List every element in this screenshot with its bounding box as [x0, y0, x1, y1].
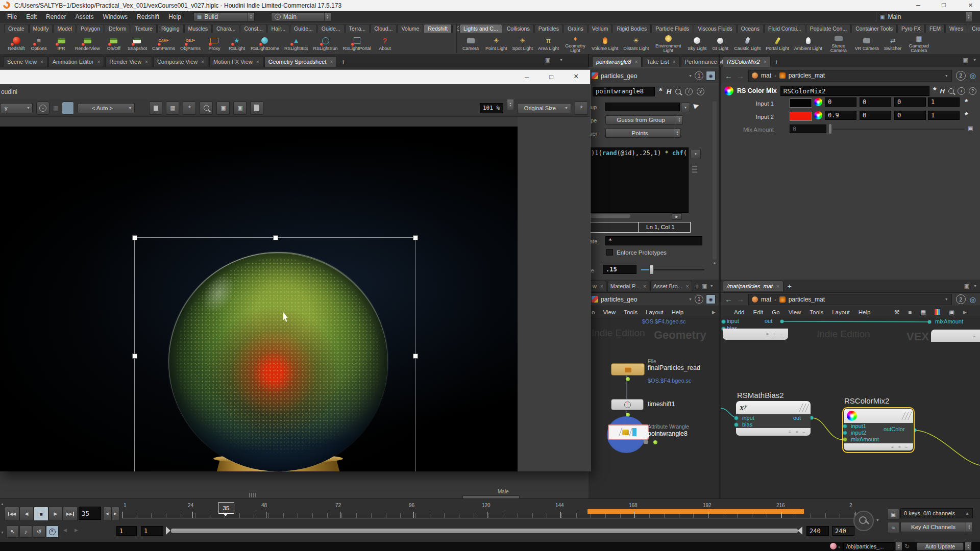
stop-button[interactable]: ■	[34, 507, 48, 521]
group-dropdown-icon[interactable]: ▼	[681, 103, 690, 112]
maximize-icon[interactable]: □	[942, 1, 946, 9]
step-fwd-button[interactable]: ▶	[111, 507, 119, 521]
shelf-tab[interactable]: Rigging	[157, 24, 184, 33]
menu-layout[interactable]: Layout	[646, 309, 664, 315]
group-field[interactable]	[605, 103, 680, 111]
back-icon[interactable]: ←	[725, 295, 732, 304]
pane-menu-icon[interactable]: ▼	[559, 58, 563, 62]
tool-switcher[interactable]: ⇄Switcher	[884, 36, 902, 51]
key-menu-icon[interactable]: ▼	[876, 518, 879, 522]
pane-tab-rscolormix2[interactable]: RSColorMix2×	[723, 56, 771, 67]
menu-help[interactable]: Help	[168, 13, 181, 20]
enforce-checkbox[interactable]	[606, 249, 613, 256]
new-tab-icon[interactable]: +	[788, 282, 792, 290]
gear-icon[interactable]: *	[933, 86, 937, 96]
menu-tools[interactable]: Tools	[624, 309, 638, 315]
tool-distantlight[interactable]: ☀Distant Light	[623, 36, 649, 51]
tool-stereocam[interactable]: Stereo Camera	[827, 34, 850, 53]
prev-key-icon[interactable]: ◀	[63, 528, 67, 533]
node-rscolormix2[interactable]: input1 input2 mixAmount outColor ≡=–	[842, 407, 915, 453]
shelf-tab[interactable]: Guide...	[290, 24, 317, 33]
close-icon[interactable]: ×	[686, 284, 689, 289]
mix-amount-field[interactable]: 0	[790, 124, 826, 133]
range-slider-left-handle[interactable]	[166, 527, 170, 535]
code-grip[interactable]	[692, 165, 697, 173]
pane-tab-animation-editor[interactable]: Animation Editor×	[48, 56, 105, 67]
snapshot-button[interactable]: *	[183, 102, 196, 115]
menu-go[interactable]: Go	[772, 309, 779, 315]
tool-rslighties[interactable]: ▲RSLightIES	[284, 36, 308, 51]
gear-icon[interactable]: *	[659, 86, 663, 96]
forward-icon[interactable]: →	[737, 71, 744, 80]
channel-field[interactable]: .15	[603, 265, 636, 274]
input1-wheel-icon[interactable]	[814, 98, 822, 106]
shelf-tab[interactable]: Particle Fluids	[651, 24, 693, 33]
runover-dropdown[interactable]: Points▲▼	[605, 129, 681, 138]
input2-r[interactable]: 0.9	[825, 111, 856, 120]
tool-geolight[interactable]: ♦Geometry Light	[564, 34, 586, 53]
tool-camera[interactable]: Camera	[461, 36, 480, 51]
close-icon[interactable]: ×	[574, 72, 578, 81]
input1-a[interactable]: 1	[928, 97, 960, 107]
tool-renderview[interactable]: RenderView	[75, 36, 100, 51]
menu-tools[interactable]: Tools	[810, 309, 823, 315]
expand-icon[interactable]: ▲	[965, 511, 969, 516]
close-icon[interactable]: ×	[673, 59, 676, 65]
menu-help[interactable]: Help	[859, 309, 871, 315]
shelf-tab[interactable]: Crowds	[968, 24, 980, 33]
tool-gilight[interactable]: GI Light	[712, 36, 729, 51]
tool-pointlight[interactable]: ☀Point Light	[485, 36, 507, 51]
shelf-tab[interactable]: Oceans	[737, 24, 764, 33]
node-path-spinner[interactable]: ▲▼	[895, 542, 902, 550]
drag-grip[interactable]	[249, 493, 257, 497]
menu-add[interactable]: Add	[734, 309, 744, 315]
pane-menu-icon[interactable]: ▼	[973, 58, 976, 62]
tool-objparms[interactable]: OBJ+ObjParms	[180, 36, 201, 51]
render-canvas[interactable]: Frame 35: 2019-06-07 15:48:15 (2.78s)	[0, 127, 518, 471]
runover-spinner[interactable]: ▲▼	[674, 129, 680, 137]
shelf-tab[interactable]: Particles	[534, 24, 563, 33]
shelf-tab[interactable]: Polygon	[77, 24, 104, 33]
radial-spinner[interactable]: ▲▼	[324, 13, 331, 21]
menu-windows[interactable]: Windows	[103, 13, 128, 20]
range-end-field[interactable]: 240	[806, 526, 829, 536]
shelf-tab[interactable]: Vellum	[588, 24, 612, 33]
size-mode-selector[interactable]: Original Size▼	[517, 103, 571, 113]
update-mode-spinner[interactable]: ▲▼	[965, 542, 971, 550]
pin-pane-icon[interactable]: ◉	[706, 71, 716, 81]
jump-start-button[interactable]: ◀◀	[5, 507, 19, 521]
help-icon[interactable]: ?	[969, 87, 976, 95]
pane-tab-motionfx-view[interactable]: Motion FX View×	[209, 56, 263, 67]
tool-causticlight[interactable]: Caustic Light	[734, 36, 761, 51]
help-icon[interactable]: ?	[697, 88, 704, 95]
tool-rslight[interactable]: ★RSLight	[228, 36, 246, 51]
shelf-tab[interactable]: Texture	[131, 24, 156, 33]
input-port-dot[interactable]	[843, 424, 847, 429]
pane-menu-icon[interactable]: ▼	[710, 284, 714, 288]
tool-gamepadcam[interactable]: ▦Gamepad Camera	[906, 34, 931, 53]
render-window-titlebar[interactable]: – □ ×	[0, 70, 590, 84]
input-port-dot[interactable]	[734, 416, 739, 420]
partial-node-body[interactable]: ≡=	[931, 330, 980, 342]
selection-handle[interactable]	[413, 235, 418, 240]
geo-net-path[interactable]: particles_geo	[601, 296, 686, 303]
tool-ipr[interactable]: IPR	[53, 36, 70, 51]
shelf-tab[interactable]: Volume	[397, 24, 423, 33]
input-port-dot[interactable]	[843, 431, 847, 435]
back-icon[interactable]: ←	[725, 71, 732, 80]
pane-tab-geometry-spreadsheet[interactable]: Geometry Spreadsheet×	[264, 56, 337, 67]
grouptype-spinner[interactable]: ▲▼	[676, 116, 682, 124]
pane-tab-pointwrangle8[interactable]: pointwrangle8×	[592, 56, 642, 67]
zoom-spinner[interactable]: ▲▼	[507, 99, 513, 110]
attribs-field[interactable]: *	[605, 236, 702, 245]
close-icon[interactable]: ×	[97, 59, 100, 65]
range-start-field[interactable]: 1	[116, 526, 137, 536]
tool-rslightsun[interactable]: RSLightSun	[313, 36, 338, 51]
menu-help[interactable]: Help	[672, 309, 684, 315]
render-flag-dot[interactable]	[625, 377, 630, 382]
pane-maximize-icon[interactable]: ▣	[545, 57, 550, 63]
node-timeshift1[interactable]	[611, 399, 644, 410]
shelf-tab-redshift[interactable]: Redshift	[424, 24, 452, 33]
minimize-icon[interactable]: –	[525, 72, 529, 81]
shelf-tab[interactable]: Terra...	[345, 24, 370, 33]
